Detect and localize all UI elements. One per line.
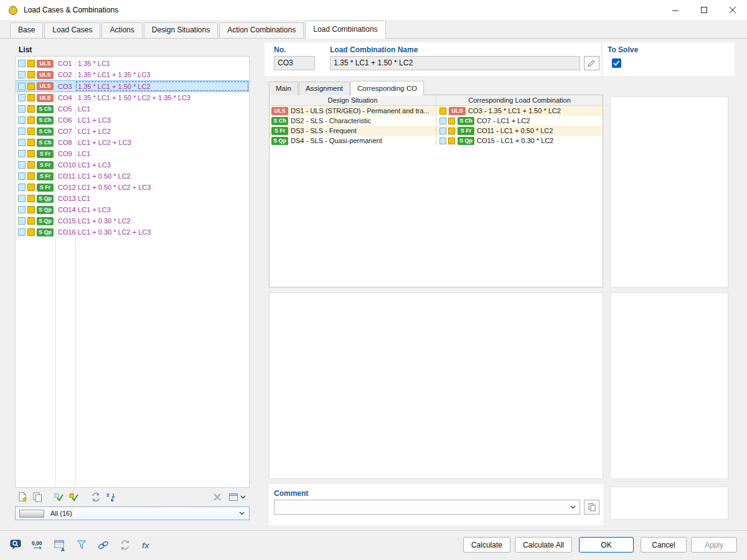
calculate-button[interactable]: Calculate	[463, 537, 510, 553]
units-settings-button[interactable]: A	[51, 536, 68, 554]
status-square[interactable]	[27, 83, 35, 90]
solve-square[interactable]	[18, 105, 26, 113]
subtab-main[interactable]: Main	[269, 82, 298, 95]
list-item-co12[interactable]: S Fr CO12 LC1 + 0.50 * LC2 + LC3	[16, 182, 249, 193]
new-combination-button[interactable]	[15, 490, 30, 504]
detail-content-panel	[269, 292, 603, 479]
comment-combobox[interactable]	[274, 500, 580, 515]
subtab-assignment[interactable]: Assignment	[299, 82, 350, 95]
status-square[interactable]	[27, 94, 35, 101]
list-item-co5[interactable]: S Ch CO5 LC1	[16, 103, 249, 114]
list-item-co3[interactable]: ULS CO3 1.35 * LC1 + 1.50 * LC2	[16, 80, 249, 92]
table-row[interactable]: S Qp DS4 - SLS - Quasi-permanent S Qp CO…	[270, 136, 603, 146]
status-square[interactable]	[27, 128, 35, 135]
link-icon	[97, 539, 110, 551]
delete-combination-button[interactable]	[210, 490, 225, 504]
solve-square[interactable]	[18, 139, 26, 146]
maximize-button[interactable]	[690, 0, 718, 20]
list-item-co10[interactable]: S Fr CO10 LC1 + LC3	[16, 159, 249, 170]
find-button[interactable]	[7, 536, 25, 554]
link-button[interactable]	[95, 536, 112, 554]
list-item-co4[interactable]: ULS CO4 1.35 * LC1 + 1.50 * LC2 + 1.35 *…	[16, 92, 249, 103]
find-icon	[10, 539, 22, 551]
list-item-co14[interactable]: S Qp CO14 LC1 + LC3	[16, 204, 249, 215]
swap-button[interactable]	[88, 490, 103, 504]
status-square[interactable]	[27, 116, 35, 124]
list-item-co8[interactable]: S Ch CO8 LC1 + LC2 + LC3	[16, 137, 249, 148]
to-solve-checkbox[interactable]	[612, 58, 621, 68]
list-item-co2[interactable]: ULS CO2 1.35 * LC1 + 1.35 * LC3	[16, 69, 249, 80]
solve-square[interactable]	[18, 195, 26, 202]
solve-square[interactable]	[18, 71, 26, 78]
status-square[interactable]	[27, 184, 35, 191]
solve-square[interactable]	[18, 217, 26, 225]
status-square[interactable]	[27, 139, 35, 146]
list-filter-dropdown[interactable]: All (16)	[15, 506, 250, 520]
list-item-co1[interactable]: ULS CO1 1.35 * LC1	[16, 58, 249, 69]
solve-square[interactable]	[18, 228, 26, 236]
apply-button[interactable]: Apply	[691, 537, 737, 553]
preview-panel-top	[610, 96, 728, 287]
solve-square[interactable]	[18, 83, 26, 90]
status-square[interactable]	[27, 71, 35, 78]
status-square[interactable]	[27, 60, 35, 67]
status-square[interactable]	[27, 195, 35, 202]
solve-square[interactable]	[18, 94, 26, 101]
solve-square[interactable]	[18, 128, 26, 135]
tab-load-cases[interactable]: Load Cases	[44, 22, 100, 38]
status-square[interactable]	[27, 228, 35, 236]
tab-base[interactable]: Base	[10, 22, 43, 38]
status-square[interactable]	[27, 172, 35, 180]
renumber-button[interactable]: 2 6	[103, 490, 118, 504]
filter-button[interactable]	[73, 536, 90, 554]
list-item-co6[interactable]: S Ch CO6 LC1 + LC3	[16, 114, 249, 126]
table-header: Design Situation Corresponding Load Comb…	[270, 95, 603, 106]
status-square[interactable]	[27, 105, 35, 113]
decimal-places-button[interactable]: 0,00	[29, 536, 47, 554]
list-item-co15[interactable]: S Qp CO15 LC1 + 0.30 * LC2	[16, 215, 249, 226]
list-item-co11[interactable]: S Fr CO11 LC1 + 0.50 * LC2	[16, 170, 249, 182]
formula-button[interactable]: fx	[138, 536, 156, 554]
minimize-button[interactable]	[661, 0, 690, 20]
tab-design-situations[interactable]: Design Situations	[144, 22, 218, 38]
tab-load-combinations[interactable]: Load Combinations	[305, 21, 385, 39]
list-item-co9[interactable]: S Fr CO9 LC1	[16, 148, 249, 159]
solve-square[interactable]	[18, 150, 26, 157]
table-row[interactable]: S Fr DS3 - SLS - Frequent S Fr CO11 - LC…	[270, 126, 603, 136]
copy-comment-button[interactable]	[584, 500, 599, 515]
solve-square[interactable]	[18, 184, 26, 191]
solve-square[interactable]	[18, 60, 26, 67]
calculate-all-button[interactable]: Calculate All	[515, 537, 572, 553]
table-row[interactable]: S Ch DS2 - SLS - Characteristic S Ch CO7…	[270, 116, 603, 126]
list-item-co16[interactable]: S Qp CO16 LC1 + 0.30 * LC2 + LC3	[16, 226, 249, 238]
check-all-button[interactable]	[52, 490, 67, 504]
status-square[interactable]	[27, 150, 35, 157]
solve-square[interactable]	[18, 161, 26, 169]
close-button[interactable]	[718, 0, 747, 20]
check-selection-button[interactable]	[67, 490, 82, 504]
solve-square[interactable]	[18, 116, 26, 124]
tab-actions[interactable]: Actions	[101, 22, 142, 38]
status-square[interactable]	[27, 206, 35, 213]
ok-button[interactable]: OK	[579, 537, 634, 553]
edit-name-button[interactable]	[584, 56, 599, 70]
edit-name-icon	[587, 58, 596, 68]
dropdown-chevron-icon	[239, 511, 245, 515]
copy-combination-button[interactable]	[30, 490, 45, 504]
combination-list[interactable]: ULS CO1 1.35 * LC1 ULS CO2 1.35 * LC1 + …	[15, 56, 250, 488]
design-situation-badge: S Qp	[271, 137, 288, 145]
tab-action-combinations[interactable]: Action Combinations	[219, 22, 304, 38]
cancel-button[interactable]: Cancel	[641, 537, 687, 553]
subtab-corresponding-co[interactable]: Corresponding CO	[350, 81, 424, 96]
solve-square[interactable]	[18, 206, 26, 213]
list-item-co13[interactable]: S Qp CO13 LC1	[16, 193, 249, 204]
cyan-square	[439, 128, 446, 134]
table-row[interactable]: ULS DS1 - ULS (STR/GEO) - Permanent and …	[270, 106, 603, 116]
solve-square[interactable]	[18, 172, 26, 180]
list-item-co7[interactable]: S Ch CO7 LC1 + LC2	[16, 126, 249, 137]
status-square[interactable]	[27, 217, 35, 225]
status-square[interactable]	[27, 161, 35, 169]
regenerate-button[interactable]	[116, 536, 134, 554]
table-view-button[interactable]	[225, 490, 250, 504]
copy-comment-icon	[588, 503, 596, 511]
